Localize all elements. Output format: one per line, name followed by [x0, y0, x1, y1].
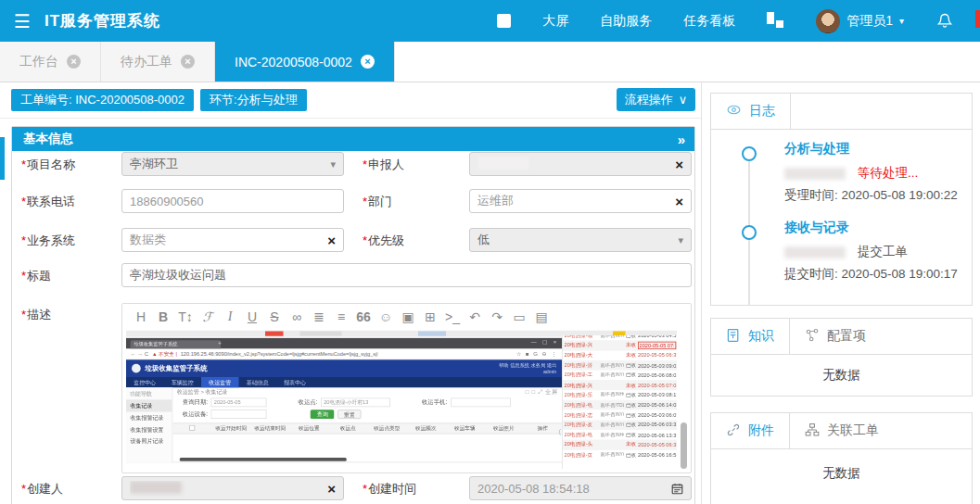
- redacted-name: [477, 157, 529, 170]
- clear-icon[interactable]: ×: [675, 195, 683, 208]
- system-label: *业务系统: [21, 233, 75, 249]
- editor-toolbar-icon[interactable]: ≣: [308, 309, 330, 324]
- created-label: *创建时间: [363, 481, 416, 498]
- editor-toolbar-icon[interactable]: ↶: [464, 309, 486, 324]
- top-header: ☰ IT服务管理系统 大屏 自助服务 任务看板 管理员1 ▾: [0, 0, 980, 42]
- description-editor[interactable]: H B T↕ ℱ I U S ∞ ≣ ≡: [121, 303, 692, 473]
- left-edge-handle[interactable]: [0, 137, 5, 180]
- page-tab[interactable]: 工作台 ×: [0, 42, 101, 82]
- mock-row: 20电洒绿-大 未收 2020-05-05 06:35: [563, 350, 677, 360]
- tab-log[interactable]: 日志: [711, 94, 791, 129]
- user-menu[interactable]: 管理员1 ▾: [816, 9, 904, 33]
- page-tab[interactable]: INC-20200508-0002 ×: [215, 42, 395, 82]
- mock-browser-window: 垃圾收集监管子系统 + — ▢ × ← → C ▲ 不安全 | 120.196.…: [126, 338, 562, 462]
- tab-related-orders[interactable]: 关联工单: [790, 413, 894, 448]
- attachments-box: 附件 关联工单 无数据: [710, 412, 973, 504]
- editor-toolbar: H B T↕ ℱ I U S ∞ ≣ ≡: [122, 304, 691, 330]
- editor-toolbar-icon[interactable]: U: [241, 309, 263, 324]
- empty-placeholder: 无数据: [711, 449, 972, 482]
- mock-nav: 监控中心车辆监控收运监管基础信息报表中心: [126, 377, 562, 387]
- created-field[interactable]: 2020-05-08 18:54:18: [469, 476, 692, 500]
- mock-row: 20电洒绿-兴 未收 2020-05-05 07:3: [563, 340, 677, 350]
- redacted-name: [130, 481, 182, 494]
- document-icon: [726, 328, 741, 346]
- project-select[interactable]: 亭湖环卫 ▾: [121, 152, 344, 176]
- header-right: 大屏 自助服务 任务看板 管理员1 ▾: [497, 9, 954, 33]
- calendar-icon: [671, 483, 683, 495]
- timeline-dot: [742, 225, 757, 240]
- app-title: IT服务管理系统: [45, 10, 160, 32]
- description-label: *描述: [21, 307, 51, 323]
- panel-header: 基本信息 »: [12, 127, 694, 151]
- clear-icon[interactable]: ×: [675, 158, 683, 171]
- creator-field[interactable]: ×: [121, 476, 344, 500]
- reporter-label: *申报人: [363, 157, 404, 173]
- bell-icon[interactable]: [935, 12, 954, 31]
- editor-toolbar-icon[interactable]: ▣: [397, 309, 419, 324]
- editor-toolbar-icon[interactable]: ↷: [486, 309, 508, 324]
- nav-link-taskboard[interactable]: 任务看板: [683, 13, 735, 30]
- editor-toolbar-icon[interactable]: S: [263, 309, 286, 324]
- editor-toolbar-icon[interactable]: H: [130, 309, 152, 324]
- mock-row: 20电洒绿-浒 南环-西/NYG 已收 2020-05-03 09:02: [563, 360, 677, 371]
- system-field[interactable]: 数据类 ×: [121, 228, 344, 252]
- collapse-icon[interactable]: »: [678, 132, 683, 147]
- page-tab[interactable]: 待办工单 ×: [101, 42, 215, 82]
- tab-knowledge[interactable]: 知识: [711, 319, 790, 354]
- department-field[interactable]: 运维部 ×: [469, 189, 692, 213]
- title-field[interactable]: 亭湖垃圾收运问题: [121, 263, 692, 287]
- editor-toolbar-icon[interactable]: ▤: [530, 309, 553, 324]
- chevron-down-icon: ▾: [899, 16, 904, 26]
- reporter-field[interactable]: ×: [469, 152, 692, 176]
- title-label: *标题: [21, 268, 51, 284]
- hamburger-menu-icon[interactable]: ☰: [14, 12, 31, 31]
- project-label: *项目名称: [21, 157, 75, 173]
- timeline-dot: [742, 146, 757, 161]
- username: 管理员1: [846, 13, 893, 30]
- mock-row: 20电洒绿-工 南环-西/NYG 已收 2020-05-06 08:02: [563, 371, 677, 381]
- editor-toolbar-icon[interactable]: I: [219, 309, 241, 324]
- editor-toolbar-icon[interactable]: ∞: [286, 309, 308, 324]
- screen-icon[interactable]: [497, 14, 511, 28]
- mock-logo: [132, 364, 141, 373]
- description-embedded-screenshot: 垃圾收集监管子系统 + — ▢ × ← → C ▲ 不安全 | 120.196.…: [126, 330, 677, 471]
- column-divider: [701, 82, 702, 504]
- editor-toolbar-icon[interactable]: 66: [352, 309, 375, 324]
- ticket-badges: 工单编号: INC-20200508-0002 环节:分析与处理: [11, 89, 307, 111]
- priority-select[interactable]: 低 ▾: [469, 228, 692, 252]
- editor-toolbar-icon[interactable]: B: [152, 309, 174, 324]
- editor-toolbar-icon[interactable]: ℱ: [197, 309, 219, 325]
- tab-config-items[interactable]: 配置项: [790, 319, 881, 354]
- mock-row: 20电洒绿-乐 南环-西/NHC 已收 2020-05-03 08:13: [563, 390, 677, 400]
- editor-toolbar-icon[interactable]: >_: [441, 309, 464, 324]
- nodes-icon: [805, 328, 820, 346]
- panel-title: 基本信息: [23, 131, 73, 147]
- log-entry: 分析与处理 等待处理... 受理时间: 2020-05-08 19:00:22: [784, 141, 958, 204]
- editor-scrollbar-thumb[interactable]: [681, 422, 687, 469]
- mock-search-button: 查询: [311, 410, 335, 419]
- nav-link-selfservice[interactable]: 自助服务: [600, 13, 652, 30]
- redacted-name: [784, 246, 846, 258]
- editor-toolbar-icon[interactable]: T↕: [174, 309, 197, 324]
- nav-link-dashboard[interactable]: 大屏: [542, 13, 568, 30]
- editor-content[interactable]: 垃圾收集监管子系统 + — ▢ × ← → C ▲ 不安全 | 120.196.…: [122, 330, 691, 472]
- clear-icon[interactable]: ×: [327, 482, 336, 496]
- phone-field[interactable]: 18860900560: [121, 189, 344, 213]
- knowledge-box: 知识 配置项 无数据: [710, 318, 973, 397]
- apps-grid-icon[interactable]: [767, 12, 784, 30]
- mock-url: 120.196.25.46:9090/index_v2.jsp?systemCo…: [181, 351, 378, 358]
- editor-toolbar-icon[interactable]: ≡: [330, 309, 352, 324]
- empty-placeholder: 无数据: [711, 355, 972, 396]
- link-icon: [726, 422, 741, 440]
- clear-icon[interactable]: ×: [327, 233, 336, 247]
- tab-close-icon[interactable]: ×: [181, 55, 195, 69]
- editor-toolbar-icon[interactable]: ⊞: [419, 309, 441, 324]
- editor-toolbar-icon[interactable]: ▭: [508, 309, 530, 324]
- step-badge: 环节:分析与处理: [200, 89, 307, 111]
- editor-toolbar-icon[interactable]: ☺: [375, 309, 397, 324]
- process-actions-button[interactable]: 流程操作 ∨: [617, 88, 695, 111]
- tab-close-icon[interactable]: ×: [67, 55, 81, 69]
- tab-attachments[interactable]: 附件: [711, 413, 790, 448]
- tab-close-icon[interactable]: ×: [361, 55, 375, 69]
- page-tabbar: 工作台 × 待办工单 × INC-20200508-0002 ×: [0, 42, 980, 82]
